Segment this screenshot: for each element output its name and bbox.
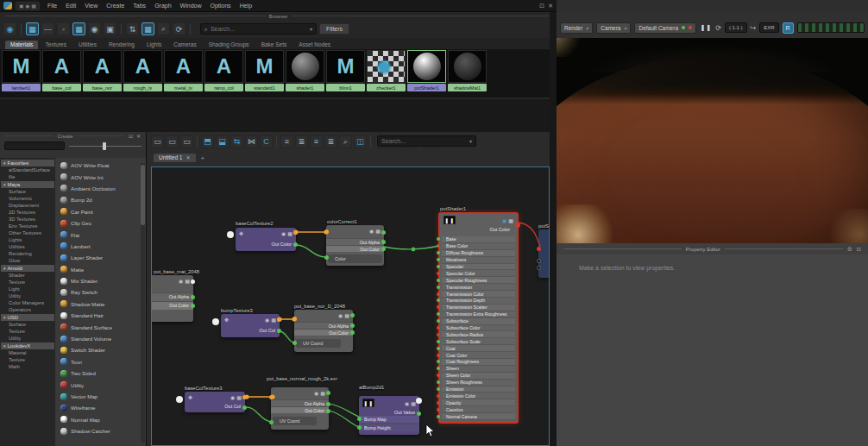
create-search-field[interactable]	[4, 141, 65, 150]
out-transparency-port[interactable]	[293, 230, 298, 235]
sort-icon[interactable]: ⇅	[126, 22, 139, 35]
create-node-item[interactable]: Shadow Catcher	[55, 425, 146, 437]
menu-file[interactable]: File	[43, 3, 61, 9]
attribute-row[interactable]: Subsurface Scale	[442, 338, 515, 345]
out-alpha-port[interactable]	[191, 295, 195, 299]
material-swatch[interactable]: Abase_nor	[83, 50, 122, 97]
custom-view-icon[interactable]: ≣	[324, 135, 337, 148]
zoom-icon[interactable]: ⌕	[339, 135, 352, 148]
connected-view-icon[interactable]: ≣	[295, 135, 308, 148]
scrollbar-handle[interactable]	[141, 165, 145, 225]
tab-shading-groups[interactable]: Shading Groups	[204, 41, 255, 49]
out-alpha-port[interactable]	[350, 324, 355, 328]
menu-view[interactable]: View	[80, 3, 102, 9]
slider-handle[interactable]	[103, 142, 106, 150]
magnifier-icon[interactable]: ⌕	[157, 22, 170, 35]
attribute-row[interactable]: Subsurface	[442, 318, 515, 325]
create-node-item[interactable]: Mix Shader	[55, 275, 146, 286]
attribute-row[interactable]: Sheen Roughness	[442, 380, 515, 386]
out-color-port[interactable]	[293, 242, 298, 247]
scene-dropdown[interactable]: Camera ▾	[596, 22, 631, 34]
chevron-down-icon[interactable]: ▾	[469, 138, 472, 144]
uv-input-port[interactable]	[292, 341, 297, 345]
attribute-port[interactable]	[437, 360, 440, 363]
pause-render-button[interactable]: ❚❚	[700, 24, 712, 31]
create-node-item[interactable]: Utility	[55, 379, 146, 390]
float-panel-icon[interactable]: ⊡	[129, 133, 133, 139]
tree-item-texture[interactable]: Texture	[0, 328, 55, 335]
tree-item-file[interactable]: file	[0, 173, 55, 180]
attribute-port[interactable]	[437, 374, 440, 377]
tree-item-material[interactable]: Material	[0, 349, 55, 356]
node-swatch-ball[interactable]	[176, 396, 183, 403]
attribute-row[interactable]: Specular Roughness	[442, 277, 515, 284]
attribute-port[interactable]	[437, 244, 440, 248]
color-input-port[interactable]	[324, 255, 329, 260]
graph-input-icon[interactable]: ⬒	[201, 135, 214, 148]
tab-textures[interactable]: Textures	[40, 41, 72, 49]
tree-category-maya[interactable]: ▾Maya	[1, 181, 54, 188]
attribute-port[interactable]	[437, 401, 440, 405]
tree-category-arnold[interactable]: ▾Arnold	[1, 265, 54, 272]
render-region-button[interactable]: R	[783, 22, 794, 34]
out-value-port[interactable]	[417, 411, 421, 416]
attribute-port[interactable]	[437, 272, 440, 275]
float-panel-icon[interactable]: ⊡	[539, 3, 544, 9]
material-swatch[interactable]: Mblinn1	[326, 50, 365, 97]
attribute-port[interactable]	[437, 347, 440, 350]
attribute-row[interactable]: Subsurface Radius	[442, 331, 515, 338]
create-node-item[interactable]: Ray Switch	[55, 286, 146, 298]
zoom-ratio-button[interactable]: ( 1:1 )	[725, 22, 747, 33]
input-header-port[interactable]	[292, 317, 297, 321]
tree-item-lights[interactable]: Lights	[0, 236, 55, 243]
attribute-row[interactable]: Normal Camera	[442, 413, 515, 420]
tree-item-math[interactable]: Math	[0, 363, 55, 370]
attribute-row[interactable]: Sheen Color	[442, 373, 515, 380]
create-node-item[interactable]: Shadow Matte	[55, 298, 146, 310]
menu-edit[interactable]: Edit	[61, 3, 80, 9]
tree-category-usd[interactable]: ▾USD	[1, 314, 54, 321]
refresh-icon[interactable]: ⟳	[173, 22, 186, 35]
create-node-item[interactable]: Two Sided	[55, 367, 146, 379]
create-list-scrollbar[interactable]	[141, 163, 145, 443]
attribute-port[interactable]	[437, 367, 440, 370]
tree-item-operators[interactable]: Operators	[0, 306, 55, 313]
detail-view-icon[interactable]: ▣	[104, 22, 116, 35]
out-alpha-port[interactable]	[326, 402, 330, 406]
tab-rendering[interactable]: Rendering	[104, 41, 140, 49]
create-node-item[interactable]: Wireframe	[55, 402, 146, 413]
material-sphere-icon[interactable]: ◉	[3, 22, 16, 35]
create-node-item[interactable]: Toon	[55, 356, 146, 367]
filter-grid-icon[interactable]: ▦	[142, 22, 154, 35]
expand-icon[interactable]: ▦	[236, 394, 242, 400]
chevron-down-icon[interactable]: ▾	[310, 26, 312, 32]
bookmark-view-icon[interactable]: ▭	[180, 135, 193, 148]
attribute-port[interactable]	[437, 326, 440, 330]
attribute-port[interactable]	[437, 251, 440, 254]
attribute-row[interactable]: Transmission Extra Roughness	[442, 311, 515, 318]
attribute-row[interactable]: Specular	[442, 264, 515, 271]
simple-view-icon[interactable]: ≡	[280, 135, 293, 148]
create-node-item[interactable]: Switch Shader	[55, 344, 146, 355]
file-node[interactable]: ◉▦ Out Alpha Out Color UV Coord	[271, 387, 329, 430]
attribute-row[interactable]: Diffuse Roughness	[442, 250, 515, 257]
input-header-port[interactable]	[324, 229, 329, 234]
menu-options[interactable]: Options	[206, 3, 236, 9]
attribute-row[interactable]: Transmission Scatter	[442, 305, 515, 311]
attribute-port[interactable]	[437, 387, 440, 391]
renderer-dropdown[interactable]: Render ▾	[560, 22, 593, 34]
attribute-row[interactable]: Sheen	[442, 366, 515, 373]
texture-node[interactable]: ✥ ◉▦ Out Color	[236, 228, 296, 251]
tab-bake-sets[interactable]: Bake Sets	[256, 41, 292, 49]
tree-item-3d-textures[interactable]: 3D Textures	[0, 216, 55, 223]
menu-help[interactable]: Help	[236, 3, 256, 9]
gear-icon[interactable]: ⚙	[847, 246, 852, 253]
attribute-port[interactable]	[437, 394, 440, 398]
attribute-port[interactable]	[437, 319, 440, 323]
attribute-port[interactable]	[437, 415, 440, 418]
create-zoom-slider[interactable]	[69, 141, 142, 150]
out-color-port[interactable]	[381, 247, 386, 251]
expand-icon[interactable]: ▦	[344, 312, 349, 318]
tree-item-utility[interactable]: Utility	[0, 335, 55, 342]
attribute-row[interactable]: Transmission Depth	[442, 298, 515, 305]
